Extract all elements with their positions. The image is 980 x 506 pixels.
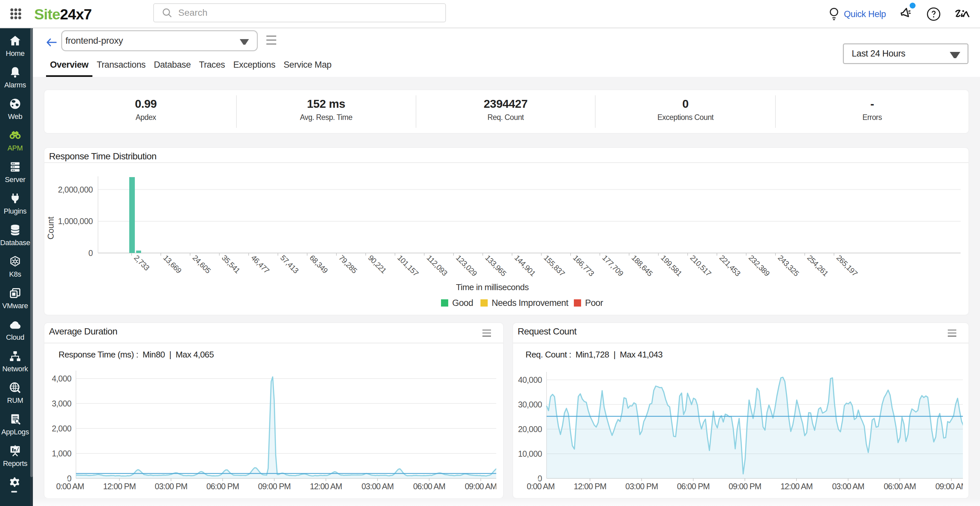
svg-text:24,605: 24,605: [191, 253, 212, 275]
svg-text:35,541: 35,541: [220, 253, 242, 275]
svg-text:232,389: 232,389: [747, 253, 771, 278]
svg-text:2,000: 2,000: [52, 424, 72, 433]
svg-text:12:00 AM: 12:00 AM: [310, 482, 342, 491]
svg-text:177,709: 177,709: [600, 253, 625, 278]
svg-text:30,000: 30,000: [518, 400, 542, 409]
svg-text:03:00 AM: 03:00 AM: [361, 482, 394, 491]
svg-text:06:00 AM: 06:00 AM: [884, 482, 916, 491]
svg-text:Time in milliseconds: Time in milliseconds: [456, 282, 529, 292]
svg-text:12:00 PM: 12:00 PM: [103, 482, 135, 491]
svg-text:221,453: 221,453: [718, 253, 742, 278]
svg-text:09:00 PM: 09:00 PM: [258, 482, 290, 491]
svg-text:210,517: 210,517: [688, 253, 713, 278]
svg-text:2,000,000: 2,000,000: [58, 185, 93, 194]
svg-text:09:00 PM: 09:00 PM: [729, 482, 761, 491]
svg-text:254,261: 254,261: [805, 253, 830, 278]
svg-text:68,349: 68,349: [308, 253, 329, 275]
svg-text:3,000: 3,000: [52, 399, 72, 408]
svg-text:12:00 PM: 12:00 PM: [574, 482, 606, 491]
svg-text:4,000: 4,000: [52, 374, 72, 383]
svg-text:144,901: 144,901: [513, 253, 537, 278]
svg-text:03:00 PM: 03:00 PM: [154, 482, 187, 491]
svg-text:155,837: 155,837: [542, 253, 566, 278]
svg-text:Poor: Poor: [585, 298, 603, 308]
svg-text:Needs Improvement: Needs Improvement: [492, 298, 569, 308]
svg-text:40,000: 40,000: [518, 375, 542, 384]
svg-text:112,093: 112,093: [425, 253, 449, 277]
svg-text:13,669: 13,669: [161, 253, 183, 275]
svg-text:188,645: 188,645: [630, 253, 654, 278]
svg-text:2,733: 2,733: [132, 253, 151, 272]
svg-text:0:00 AM: 0:00 AM: [56, 482, 84, 491]
svg-text:46,477: 46,477: [249, 253, 271, 275]
svg-text:0:00 AM: 0:00 AM: [527, 482, 555, 491]
svg-text:12:00 AM: 12:00 AM: [780, 482, 813, 491]
svg-text:90,221: 90,221: [366, 253, 388, 275]
svg-text:1,000,000: 1,000,000: [58, 217, 93, 226]
svg-text:57,413: 57,413: [278, 253, 300, 275]
svg-text:06:00 PM: 06:00 PM: [677, 482, 710, 491]
svg-text:166,773: 166,773: [571, 253, 595, 278]
svg-text:03:00 PM: 03:00 PM: [625, 482, 658, 491]
svg-text:243,325: 243,325: [776, 253, 800, 278]
svg-text:09:00 AM: 09:00 AM: [465, 482, 496, 491]
svg-text:06:00 AM: 06:00 AM: [413, 482, 445, 491]
svg-text:101,157: 101,157: [396, 253, 420, 278]
svg-text:123,029: 123,029: [454, 253, 479, 278]
svg-text:199,581: 199,581: [659, 253, 683, 278]
svg-text:133,965: 133,965: [484, 253, 508, 278]
svg-text:1,000: 1,000: [52, 449, 72, 458]
svg-text:265,197: 265,197: [835, 253, 859, 278]
svg-text:Count: Count: [46, 217, 56, 240]
svg-text:10,000: 10,000: [518, 449, 542, 458]
svg-text:20,000: 20,000: [518, 425, 542, 434]
svg-text:09:00 AM: 09:00 AM: [935, 482, 963, 491]
svg-text:79,285: 79,285: [337, 253, 359, 275]
svg-text:Good: Good: [452, 298, 473, 308]
svg-text:06:00 PM: 06:00 PM: [206, 482, 239, 491]
svg-text:03:00 AM: 03:00 AM: [832, 482, 864, 491]
svg-text:0: 0: [89, 248, 93, 258]
